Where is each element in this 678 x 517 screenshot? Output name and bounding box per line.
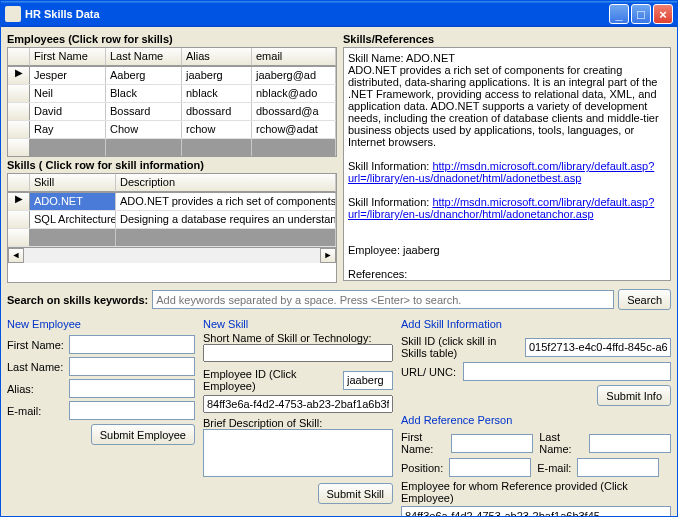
submit-skill-button[interactable]: Submit Skill	[318, 483, 393, 504]
col-first-name[interactable]: First Name	[30, 48, 106, 66]
add-reference-title: Add Reference Person	[401, 412, 671, 428]
add-skill-info-title: Add Skill Information	[401, 316, 671, 332]
last-name-input[interactable]	[69, 357, 195, 376]
skill-description-input[interactable]	[203, 429, 393, 477]
table-row[interactable]: DavidBossarddbossarddbossard@a	[8, 103, 336, 121]
table-row[interactable]: NeilBlacknblacknblack@ado	[8, 85, 336, 103]
new-skill-title: New Skill	[203, 316, 393, 332]
col-last-name[interactable]: Last Name	[106, 48, 182, 66]
window-title: HR Skills Data	[25, 8, 607, 20]
submit-employee-button[interactable]: Submit Employee	[91, 424, 195, 445]
table-row[interactable]: ▶JesperAabergjaabergjaaberg@ad	[8, 67, 336, 85]
search-button[interactable]: Search	[618, 289, 671, 310]
alias-input[interactable]	[69, 379, 195, 398]
app-icon	[5, 6, 21, 22]
close-button[interactable]: ×	[653, 4, 673, 24]
skills-grid[interactable]: Skill Description ▶ADO.NETADO.NET provid…	[7, 173, 337, 283]
details-title: Skills/References	[343, 31, 671, 47]
content-area: Employees (Click row for skills) First N…	[1, 27, 677, 516]
skills-title: Skills ( Click row for skill information…	[7, 157, 337, 173]
details-panel: Skill Name: ADO.NET ADO.NET provides a r…	[343, 47, 671, 281]
table-row[interactable]: SQL Architecture...Designing a database …	[8, 211, 336, 229]
first-name-input[interactable]	[69, 335, 195, 354]
skill-name-input[interactable]	[203, 344, 393, 362]
col-alias[interactable]: Alias	[182, 48, 252, 66]
app-window: HR Skills Data _ □ × Employees (Click ro…	[0, 0, 678, 517]
search-input[interactable]	[152, 290, 614, 309]
col-email[interactable]: email	[252, 48, 336, 66]
maximize-button[interactable]: □	[631, 4, 651, 24]
table-row[interactable]: RayChowrchowrchow@adat	[8, 121, 336, 139]
ref-last-name-input[interactable]	[589, 434, 671, 453]
minimize-button[interactable]: _	[609, 4, 629, 24]
employees-title: Employees (Click row for skills)	[7, 31, 337, 47]
email-input[interactable]	[69, 401, 195, 420]
ref-first-name-input[interactable]	[451, 434, 533, 453]
skill-id-input[interactable]	[525, 338, 671, 357]
titlebar[interactable]: HR Skills Data _ □ ×	[1, 1, 677, 27]
ref-email-input[interactable]	[577, 458, 659, 477]
table-row[interactable]	[8, 139, 336, 157]
employees-grid[interactable]: First Name Last Name Alias email ▶Jesper…	[7, 47, 337, 157]
new-employee-title: New Employee	[7, 316, 195, 332]
table-row[interactable]	[8, 229, 336, 247]
url-input[interactable]	[463, 362, 671, 381]
search-label: Search on skills keywords:	[7, 294, 148, 306]
col-skill[interactable]: Skill	[30, 174, 116, 192]
ref-position-input[interactable]	[449, 458, 531, 477]
skill-employee-alias[interactable]	[343, 371, 393, 390]
ref-employee-guid[interactable]	[401, 506, 671, 516]
col-description[interactable]: Description	[116, 174, 336, 192]
skills-scrollbar[interactable]: ◄►	[8, 247, 336, 263]
table-row[interactable]: ▶ADO.NETADO.NET provides a rich set of c…	[8, 193, 336, 211]
skill-employee-guid[interactable]	[203, 395, 393, 413]
submit-info-button[interactable]: Submit Info	[597, 385, 671, 406]
